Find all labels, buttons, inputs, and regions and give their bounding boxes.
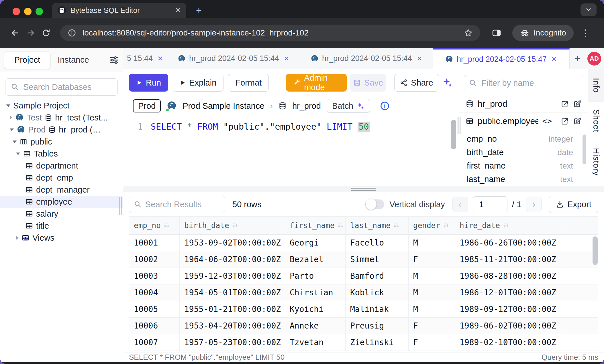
database-search-input[interactable] bbox=[23, 82, 112, 92]
result-row[interactable]: 100061953-04-20T00:00:00ZAnnekePreusigF1… bbox=[129, 318, 598, 334]
cell[interactable]: M bbox=[409, 301, 455, 317]
tree-item-table-dept-emp[interactable]: dept_emp bbox=[0, 172, 123, 184]
browser-new-tab-button[interactable]: + bbox=[193, 4, 205, 17]
caret-down-icon[interactable] bbox=[13, 141, 17, 143]
column-row[interactable]: birth_date date bbox=[459, 146, 588, 159]
next-page-button[interactable]: › bbox=[526, 197, 542, 212]
cell[interactable]: 1964-06-02T00:00:00Z bbox=[180, 251, 285, 268]
cell[interactable]: 1955-01-21T00:00:00Z bbox=[180, 301, 285, 317]
close-icon[interactable]: ✕ bbox=[157, 55, 163, 63]
url-bar[interactable]: localhost:8080/sql-editor/prod-sample-in… bbox=[60, 25, 480, 41]
external-link-icon[interactable] bbox=[560, 100, 569, 108]
worksheet-tab-2[interactable]: hr_prod 2024-02-05 15:44 ✕ bbox=[167, 48, 300, 69]
worksheet-tab-1[interactable]: 5 15:44 ✕ bbox=[123, 48, 167, 69]
result-row[interactable]: 100071957-05-23T00:00:00ZTzvetanZielinsk… bbox=[129, 334, 598, 351]
result-row[interactable]: 100031959-12-03T00:00:00ZPartoBamfordM19… bbox=[129, 268, 598, 284]
panel-resize-handle[interactable] bbox=[458, 117, 460, 134]
column-row[interactable]: first_name text bbox=[459, 159, 588, 173]
cell[interactable]: 1989-09-12T00:00:00Z bbox=[455, 301, 561, 317]
cell[interactable]: Preusig bbox=[346, 318, 409, 334]
cell[interactable]: 1957-05-23T00:00:00Z bbox=[180, 334, 285, 351]
cell[interactable]: Maliniak bbox=[346, 301, 409, 317]
tree-item-table-title[interactable]: title bbox=[0, 220, 123, 232]
cell[interactable]: Georgi bbox=[285, 235, 346, 251]
add-worksheet-button[interactable]: + bbox=[570, 48, 586, 69]
tree-item-table-dept-manager[interactable]: dept_manager bbox=[0, 184, 123, 196]
tab-search-button[interactable] bbox=[581, 3, 597, 16]
tab-instance[interactable]: Instance bbox=[50, 55, 96, 65]
cell[interactable]: Simmel bbox=[346, 251, 409, 268]
cell[interactable]: Koblick bbox=[346, 284, 409, 301]
cell[interactable]: 10002 bbox=[129, 251, 180, 268]
instance-name[interactable]: Prod Sample Instance bbox=[183, 101, 264, 111]
close-icon[interactable]: ✕ bbox=[284, 55, 289, 63]
code-icon[interactable]: <> bbox=[542, 117, 552, 125]
bookmark-star-icon[interactable] bbox=[464, 28, 473, 37]
cell[interactable]: Bezalel bbox=[285, 251, 346, 268]
minimize-window-button[interactable] bbox=[24, 8, 32, 15]
tab-project[interactable]: Project bbox=[4, 51, 50, 69]
caret-right-icon[interactable] bbox=[16, 236, 19, 240]
user-avatar[interactable]: AD bbox=[587, 52, 601, 66]
save-button[interactable]: Save bbox=[350, 74, 386, 92]
cell[interactable]: F bbox=[409, 318, 455, 334]
tree-item-prod-db[interactable]: Prod hr_prod (Pr... bbox=[0, 124, 123, 136]
side-panel-button[interactable] bbox=[489, 25, 504, 41]
tree-item-project[interactable]: Sample Project bbox=[0, 100, 123, 112]
cell[interactable]: F bbox=[409, 251, 455, 268]
close-icon[interactable]: ✕ bbox=[417, 55, 422, 63]
database-search[interactable] bbox=[5, 78, 118, 96]
cell[interactable]: Bamford bbox=[346, 268, 409, 284]
cell[interactable]: 10006 bbox=[129, 318, 180, 334]
browser-tab[interactable]: Bytebase SQL Editor ✕ bbox=[52, 3, 186, 18]
cell[interactable]: 1986-12-01T00:00:00Z bbox=[455, 284, 561, 301]
cell[interactable]: Facello bbox=[346, 235, 409, 251]
back-button[interactable] bbox=[7, 25, 23, 41]
caret-down-icon[interactable] bbox=[10, 128, 14, 131]
batch-button[interactable]: Batch bbox=[327, 99, 370, 113]
database-name[interactable]: hr_prod bbox=[292, 101, 321, 111]
tree-item-table-employee[interactable]: employee bbox=[0, 196, 123, 208]
cell[interactable]: 10001 bbox=[129, 235, 180, 251]
sort-icon[interactable] bbox=[393, 222, 400, 229]
tree-item-table-salary[interactable]: salary bbox=[0, 208, 123, 220]
site-info-icon[interactable] bbox=[68, 29, 76, 37]
schema-filter[interactable] bbox=[464, 75, 583, 91]
edit-icon[interactable] bbox=[573, 100, 582, 108]
edit-icon[interactable] bbox=[573, 117, 582, 125]
cell[interactable]: Tzvetan bbox=[285, 334, 346, 351]
rail-tab-info[interactable]: Info bbox=[588, 69, 604, 102]
tree-item-views[interactable]: Views bbox=[0, 232, 123, 244]
sort-icon[interactable] bbox=[443, 222, 449, 229]
cell[interactable]: 10004 bbox=[129, 284, 180, 301]
forward-button[interactable] bbox=[23, 25, 38, 41]
caret-right-icon[interactable] bbox=[10, 116, 12, 120]
column-header[interactable]: emp_no bbox=[129, 217, 180, 234]
cell[interactable]: 10007 bbox=[129, 334, 180, 351]
rail-tab-sheet[interactable]: Sheet bbox=[588, 102, 604, 140]
url-text[interactable]: localhost:8080/sql-editor/prod-sample-in… bbox=[83, 28, 457, 37]
caret-down-icon[interactable] bbox=[16, 153, 20, 155]
column-header[interactable]: first_name bbox=[285, 217, 346, 234]
results-scrollbar[interactable] bbox=[593, 236, 598, 265]
cell[interactable]: 1954-05-01T00:00:00Z bbox=[180, 284, 285, 301]
run-button[interactable]: Run bbox=[129, 74, 168, 92]
tree-item-test-db[interactable]: Test hr_test (Test... bbox=[0, 112, 123, 124]
sql-line-1[interactable]: 1 SELECT * FROM "public"."employee" LIMI… bbox=[123, 116, 459, 133]
results-search-input[interactable] bbox=[145, 200, 220, 209]
cell[interactable]: Kyoichi bbox=[285, 301, 346, 317]
cell[interactable]: 1989-06-02T00:00:00Z bbox=[455, 318, 561, 334]
cell[interactable]: Zielinski bbox=[346, 334, 409, 351]
result-row[interactable]: 100051955-01-21T00:00:00ZKyoichiMaliniak… bbox=[129, 301, 598, 318]
cell[interactable]: M bbox=[409, 284, 455, 301]
close-window-button[interactable] bbox=[13, 8, 20, 15]
tree-item-tables[interactable]: Tables bbox=[0, 148, 123, 160]
tree-item-schema-public[interactable]: public bbox=[0, 136, 123, 148]
sort-icon[interactable] bbox=[164, 222, 170, 229]
cell[interactable]: 1989-02-10T00:00:00Z bbox=[455, 334, 561, 351]
cell[interactable]: Parto bbox=[285, 268, 346, 284]
admin-mode-button[interactable]: Admin mode bbox=[286, 74, 347, 92]
cell[interactable]: 1986-06-26T00:00:00Z bbox=[455, 235, 561, 251]
export-button[interactable]: Export bbox=[549, 196, 598, 213]
worksheet-tab-4-active[interactable]: hr_prod 2024-02-05 15:47 ✕ bbox=[433, 48, 570, 69]
